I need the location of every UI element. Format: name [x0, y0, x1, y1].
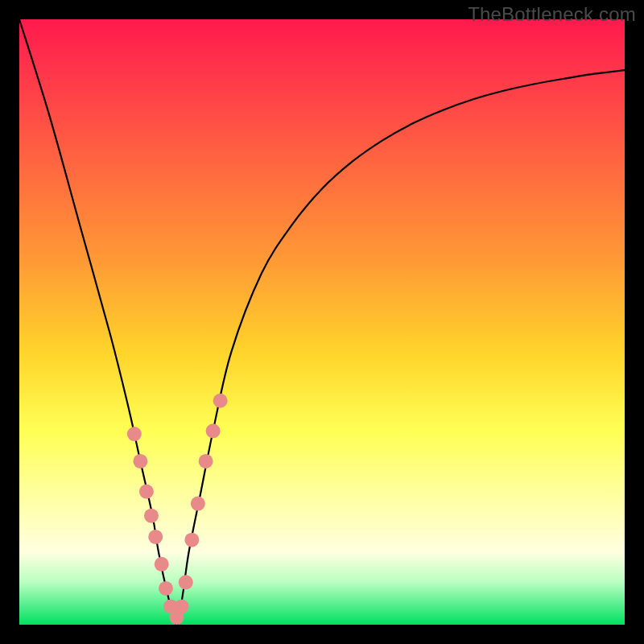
data-point [213, 394, 228, 408]
data-point [159, 581, 173, 596]
data-point [184, 533, 199, 547]
bottleneck-curve [19, 19, 625, 625]
data-point [139, 485, 154, 499]
data-point [148, 530, 163, 544]
data-point [127, 427, 142, 441]
data-point [199, 454, 213, 469]
data-point [206, 423, 221, 438]
plot-area [19, 19, 625, 625]
data-point [179, 575, 193, 589]
data-point [133, 454, 147, 469]
curve-svg [19, 19, 625, 625]
data-point [144, 509, 159, 523]
data-point [155, 557, 169, 572]
data-point [191, 497, 205, 511]
marker-group [127, 394, 228, 625]
watermark-text: TheBottleneck.com [468, 3, 636, 26]
data-point [175, 599, 189, 613]
chart-frame: TheBottleneck.com [0, 0, 644, 644]
